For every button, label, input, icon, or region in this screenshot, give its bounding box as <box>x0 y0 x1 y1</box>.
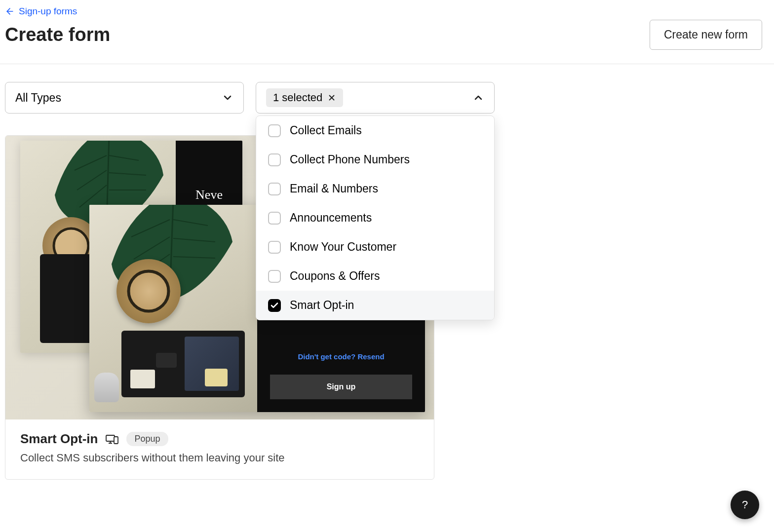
option-collect-emails[interactable]: Collect Emails <box>256 116 494 145</box>
checkbox-unchecked-icon <box>268 153 281 166</box>
breadcrumb-label: Sign-up forms <box>19 6 77 17</box>
clear-filter-icon[interactable] <box>327 93 336 102</box>
chevron-down-icon <box>222 92 233 104</box>
preview-back-title: Neve <box>195 188 223 202</box>
option-know-your-customer[interactable]: Know Your Customer <box>256 232 494 262</box>
option-label: Know Your Customer <box>290 240 396 254</box>
type-filter-dropdown[interactable]: All Types <box>5 82 244 114</box>
breadcrumb-link[interactable]: Sign-up forms <box>5 6 77 20</box>
checkbox-unchecked-icon <box>268 124 281 137</box>
arrow-left-icon <box>5 6 15 16</box>
preview-resend-link: Didn't get code? Resend <box>298 352 384 361</box>
checkbox-unchecked-icon <box>268 270 281 283</box>
svg-rect-3 <box>106 435 115 441</box>
filter-chip: 1 selected <box>266 88 343 107</box>
svg-rect-6 <box>114 437 118 444</box>
option-coupons-offers[interactable]: Coupons & Offers <box>256 262 494 291</box>
goal-filter-menu: Collect Emails Collect Phone Numbers Ema… <box>256 115 495 320</box>
template-badge: Popup <box>126 432 168 446</box>
checkbox-unchecked-icon <box>268 183 281 195</box>
option-email-and-numbers[interactable]: Email & Numbers <box>256 174 494 203</box>
option-label: Smart Opt-in <box>290 299 354 312</box>
help-button[interactable]: ? <box>731 491 759 519</box>
option-label: Email & Numbers <box>290 182 378 195</box>
checkbox-unchecked-icon <box>268 212 281 225</box>
option-smart-opt-in[interactable]: Smart Opt-in <box>256 291 494 320</box>
filter-chip-label: 1 selected <box>273 91 322 104</box>
template-title: Smart Opt-in <box>20 431 98 447</box>
type-filter-label: All Types <box>15 91 61 105</box>
option-label: Collect Phone Numbers <box>290 153 410 166</box>
template-description: Collect SMS subscribers without them lea… <box>20 452 419 464</box>
create-new-form-button[interactable]: Create new form <box>650 20 762 50</box>
page-title: Create form <box>5 24 110 45</box>
option-label: Coupons & Offers <box>290 269 380 283</box>
option-label: Collect Emails <box>290 124 362 137</box>
preview-signup-button: Sign up <box>270 375 412 399</box>
option-announcements[interactable]: Announcements <box>256 203 494 232</box>
chevron-up-icon <box>472 92 484 104</box>
help-icon: ? <box>742 498 748 511</box>
goal-filter-dropdown[interactable]: 1 selected <box>256 82 495 114</box>
option-collect-phone-numbers[interactable]: Collect Phone Numbers <box>256 145 494 174</box>
option-label: Announcements <box>290 211 372 225</box>
checkbox-unchecked-icon <box>268 241 281 254</box>
checkbox-checked-icon <box>268 299 281 312</box>
devices-icon <box>106 434 118 445</box>
